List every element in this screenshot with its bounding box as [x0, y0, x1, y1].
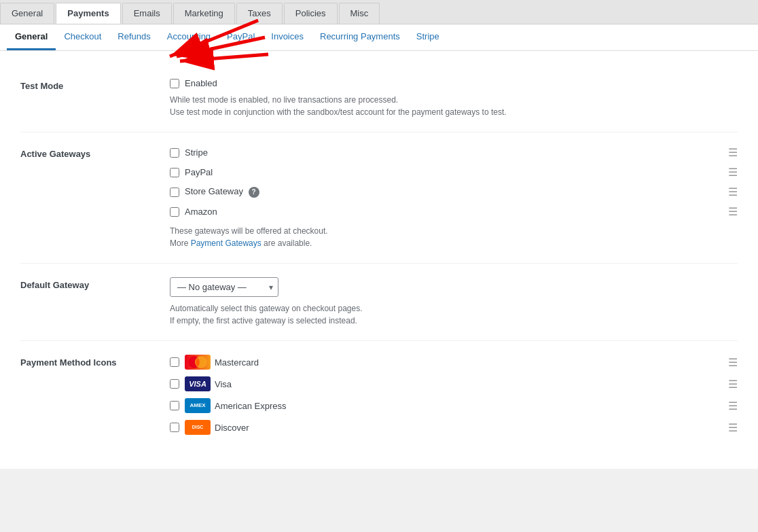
- test-mode-control: Enabled While test mode is enabled, no l…: [170, 78, 738, 118]
- tab-policies[interactable]: Policies: [284, 3, 338, 24]
- test-mode-section: Test Mode Enabled While test mode is ena…: [20, 65, 738, 132]
- amex-drag[interactable]: ☰: [728, 400, 738, 412]
- gateway-amazon-label: Amazon: [185, 207, 723, 217]
- test-mode-checkbox-label: Enabled: [185, 78, 217, 88]
- icon-visa-checkbox[interactable]: [170, 379, 179, 389]
- gateway-stripe-label: Stripe: [185, 147, 723, 158]
- gateway-stripe-checkbox[interactable]: [170, 148, 179, 158]
- tab-payments[interactable]: Payments: [56, 3, 120, 24]
- payment-method-icons-control: Mastercard ☰ VISA Visa ☰ AMEX American E…: [170, 355, 738, 442]
- active-gateways-section: Active Gateways Stripe ☰ PayPal ☰ Store …: [20, 132, 738, 264]
- tab-emails[interactable]: Emails: [122, 3, 172, 24]
- test-mode-checkbox-row: Enabled: [170, 78, 738, 88]
- subtab-accounting[interactable]: Accounting: [159, 24, 219, 50]
- visa-label: Visa: [215, 379, 723, 389]
- subtab-invoices[interactable]: Invoices: [263, 24, 312, 50]
- amex-label: American Express: [215, 401, 723, 411]
- payment-method-icons-section: Payment Method Icons Mastercard ☰: [20, 341, 738, 455]
- subtab-general[interactable]: General: [7, 24, 56, 50]
- gateway-amazon-drag[interactable]: ☰: [728, 205, 738, 218]
- tab-marketing[interactable]: Marketing: [173, 3, 235, 24]
- mastercard-icon: [185, 355, 211, 370]
- mastercard-drag[interactable]: ☰: [728, 356, 738, 369]
- gateway-store-drag[interactable]: ☰: [728, 185, 738, 198]
- icon-discover-row: DISC Discover ☰: [170, 420, 738, 435]
- gateway-paypal: PayPal ☰: [170, 166, 738, 179]
- icon-amex-checkbox[interactable]: [170, 401, 179, 410]
- gateway-paypal-checkbox[interactable]: [170, 168, 179, 177]
- gateway-store: Store Gateway ? ☰: [170, 185, 738, 198]
- amex-icon: AMEX: [185, 398, 211, 413]
- test-mode-description: While test mode is enabled, no live tran…: [170, 94, 738, 118]
- gateway-stripe-drag[interactable]: ☰: [728, 146, 738, 159]
- default-gateway-select-wrapper: — No gateway — Stripe PayPal Store Gatew…: [170, 277, 278, 297]
- payment-method-icons-label: Payment Method Icons: [20, 355, 170, 442]
- default-gateway-label: Default Gateway: [20, 277, 170, 327]
- gateway-paypal-label: PayPal: [185, 167, 723, 177]
- tab-general[interactable]: General: [0, 3, 54, 24]
- gateway-paypal-drag[interactable]: ☰: [728, 166, 738, 179]
- icon-visa-row: VISA Visa ☰: [170, 376, 738, 391]
- default-gateway-select[interactable]: — No gateway — Stripe PayPal Store Gatew…: [170, 277, 278, 297]
- active-gateways-description: These gateways will be offered at checko…: [170, 225, 738, 249]
- active-gateways-label: Active Gateways: [20, 146, 170, 249]
- default-gateway-control: — No gateway — Stripe PayPal Store Gatew…: [170, 277, 738, 327]
- icon-amex-row: AMEX American Express ☰: [170, 398, 738, 413]
- discover-label: Discover: [215, 423, 723, 433]
- default-gateway-section: Default Gateway — No gateway — Stripe Pa…: [20, 264, 738, 341]
- test-mode-checkbox[interactable]: [170, 79, 179, 88]
- mastercard-label: Mastercard: [215, 357, 723, 368]
- test-mode-label: Test Mode: [20, 78, 170, 118]
- default-gateway-description: Automatically select this gateway on che…: [170, 302, 738, 327]
- gateway-amazon: Amazon ☰: [170, 205, 738, 218]
- subtab-stripe[interactable]: Stripe: [408, 24, 448, 50]
- icon-mastercard-row: Mastercard ☰: [170, 355, 738, 370]
- payment-gateways-link[interactable]: Payment Gateways: [191, 238, 261, 248]
- store-gateway-help-icon[interactable]: ?: [249, 187, 259, 198]
- gateway-stripe: Stripe ☰: [170, 146, 738, 159]
- active-gateways-control: Stripe ☰ PayPal ☰ Store Gateway ? ☰: [170, 146, 738, 249]
- discover-icon: DISC: [185, 420, 211, 435]
- gateway-amazon-checkbox[interactable]: [170, 207, 179, 217]
- subtab-checkout[interactable]: Checkout: [56, 24, 109, 50]
- subtab-recurring-payments[interactable]: Recurring Payments: [312, 24, 408, 50]
- sub-tab-bar: General Checkout Refunds Accounting PayP…: [0, 24, 758, 51]
- subtab-paypal[interactable]: PayPal: [219, 24, 263, 50]
- discover-drag[interactable]: ☰: [728, 421, 738, 434]
- tab-misc[interactable]: Misc: [339, 3, 380, 24]
- visa-drag[interactable]: ☰: [728, 378, 738, 391]
- icon-mastercard-checkbox[interactable]: [170, 357, 179, 367]
- gateway-store-label: Store Gateway ?: [185, 186, 723, 198]
- tab-taxes[interactable]: Taxes: [236, 3, 283, 24]
- gateway-store-checkbox[interactable]: [170, 188, 179, 197]
- subtab-refunds[interactable]: Refunds: [109, 24, 158, 50]
- settings-content: Test Mode Enabled While test mode is ena…: [0, 51, 758, 469]
- top-tab-bar: General Payments Emails Marketing Taxes …: [0, 0, 758, 24]
- icon-discover-checkbox[interactable]: [170, 423, 179, 432]
- visa-icon: VISA: [185, 376, 211, 391]
